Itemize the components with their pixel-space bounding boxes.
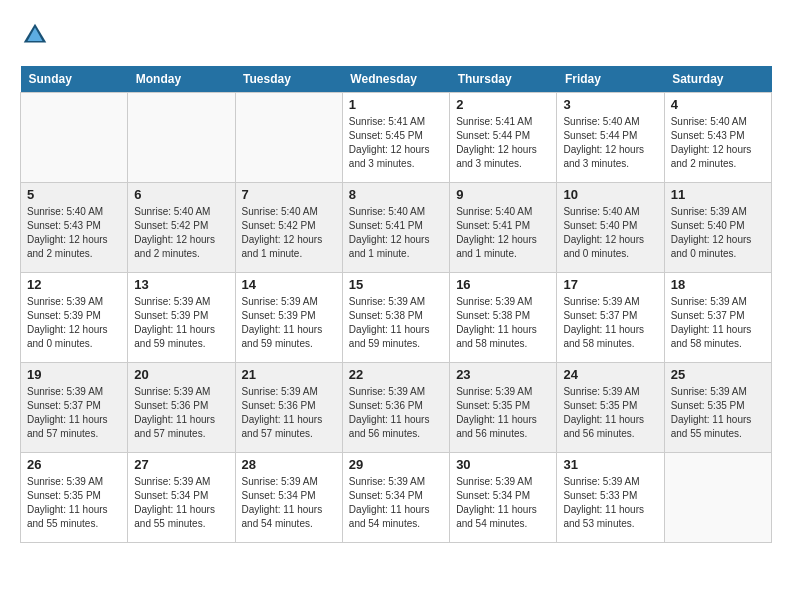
day-number: 8 [349,187,443,202]
calendar-cell: 29Sunrise: 5:39 AM Sunset: 5:34 PM Dayli… [342,453,449,543]
day-info: Sunrise: 5:39 AM Sunset: 5:35 PM Dayligh… [27,475,121,531]
day-info: Sunrise: 5:39 AM Sunset: 5:40 PM Dayligh… [671,205,765,261]
day-info: Sunrise: 5:39 AM Sunset: 5:34 PM Dayligh… [456,475,550,531]
day-info: Sunrise: 5:39 AM Sunset: 5:39 PM Dayligh… [134,295,228,351]
week-row-1: 1Sunrise: 5:41 AM Sunset: 5:45 PM Daylig… [21,93,772,183]
day-info: Sunrise: 5:39 AM Sunset: 5:37 PM Dayligh… [671,295,765,351]
calendar-cell: 15Sunrise: 5:39 AM Sunset: 5:38 PM Dayli… [342,273,449,363]
day-number: 6 [134,187,228,202]
day-number: 24 [563,367,657,382]
day-info: Sunrise: 5:39 AM Sunset: 5:35 PM Dayligh… [563,385,657,441]
day-number: 31 [563,457,657,472]
calendar-cell: 16Sunrise: 5:39 AM Sunset: 5:38 PM Dayli… [450,273,557,363]
calendar-cell: 22Sunrise: 5:39 AM Sunset: 5:36 PM Dayli… [342,363,449,453]
day-number: 17 [563,277,657,292]
day-info: Sunrise: 5:39 AM Sunset: 5:34 PM Dayligh… [134,475,228,531]
calendar-cell: 26Sunrise: 5:39 AM Sunset: 5:35 PM Dayli… [21,453,128,543]
calendar-cell: 27Sunrise: 5:39 AM Sunset: 5:34 PM Dayli… [128,453,235,543]
calendar-cell: 21Sunrise: 5:39 AM Sunset: 5:36 PM Dayli… [235,363,342,453]
day-info: Sunrise: 5:41 AM Sunset: 5:44 PM Dayligh… [456,115,550,171]
calendar-cell [128,93,235,183]
calendar-cell [21,93,128,183]
week-row-4: 19Sunrise: 5:39 AM Sunset: 5:37 PM Dayli… [21,363,772,453]
logo [20,20,56,50]
day-number: 2 [456,97,550,112]
day-info: Sunrise: 5:40 AM Sunset: 5:42 PM Dayligh… [242,205,336,261]
day-info: Sunrise: 5:39 AM Sunset: 5:34 PM Dayligh… [242,475,336,531]
weekday-header-tuesday: Tuesday [235,66,342,93]
weekday-header-monday: Monday [128,66,235,93]
day-number: 10 [563,187,657,202]
day-number: 1 [349,97,443,112]
calendar-cell: 8Sunrise: 5:40 AM Sunset: 5:41 PM Daylig… [342,183,449,273]
day-info: Sunrise: 5:40 AM Sunset: 5:43 PM Dayligh… [27,205,121,261]
day-info: Sunrise: 5:39 AM Sunset: 5:39 PM Dayligh… [242,295,336,351]
day-info: Sunrise: 5:39 AM Sunset: 5:36 PM Dayligh… [349,385,443,441]
calendar-cell: 30Sunrise: 5:39 AM Sunset: 5:34 PM Dayli… [450,453,557,543]
calendar-cell: 25Sunrise: 5:39 AM Sunset: 5:35 PM Dayli… [664,363,771,453]
day-info: Sunrise: 5:39 AM Sunset: 5:34 PM Dayligh… [349,475,443,531]
day-number: 7 [242,187,336,202]
calendar-cell: 1Sunrise: 5:41 AM Sunset: 5:45 PM Daylig… [342,93,449,183]
calendar-cell: 7Sunrise: 5:40 AM Sunset: 5:42 PM Daylig… [235,183,342,273]
calendar-cell: 13Sunrise: 5:39 AM Sunset: 5:39 PM Dayli… [128,273,235,363]
calendar-cell: 2Sunrise: 5:41 AM Sunset: 5:44 PM Daylig… [450,93,557,183]
calendar-cell [235,93,342,183]
calendar-cell: 23Sunrise: 5:39 AM Sunset: 5:35 PM Dayli… [450,363,557,453]
day-info: Sunrise: 5:40 AM Sunset: 5:44 PM Dayligh… [563,115,657,171]
calendar-cell: 24Sunrise: 5:39 AM Sunset: 5:35 PM Dayli… [557,363,664,453]
day-info: Sunrise: 5:39 AM Sunset: 5:38 PM Dayligh… [456,295,550,351]
calendar-cell: 12Sunrise: 5:39 AM Sunset: 5:39 PM Dayli… [21,273,128,363]
day-number: 30 [456,457,550,472]
day-number: 25 [671,367,765,382]
day-info: Sunrise: 5:40 AM Sunset: 5:40 PM Dayligh… [563,205,657,261]
week-row-3: 12Sunrise: 5:39 AM Sunset: 5:39 PM Dayli… [21,273,772,363]
day-info: Sunrise: 5:39 AM Sunset: 5:39 PM Dayligh… [27,295,121,351]
calendar-cell: 19Sunrise: 5:39 AM Sunset: 5:37 PM Dayli… [21,363,128,453]
day-number: 18 [671,277,765,292]
calendar-cell: 5Sunrise: 5:40 AM Sunset: 5:43 PM Daylig… [21,183,128,273]
day-number: 14 [242,277,336,292]
calendar-cell: 28Sunrise: 5:39 AM Sunset: 5:34 PM Dayli… [235,453,342,543]
weekday-header-thursday: Thursday [450,66,557,93]
day-number: 11 [671,187,765,202]
calendar-cell [664,453,771,543]
week-row-5: 26Sunrise: 5:39 AM Sunset: 5:35 PM Dayli… [21,453,772,543]
day-info: Sunrise: 5:39 AM Sunset: 5:37 PM Dayligh… [27,385,121,441]
calendar-cell: 9Sunrise: 5:40 AM Sunset: 5:41 PM Daylig… [450,183,557,273]
week-row-2: 5Sunrise: 5:40 AM Sunset: 5:43 PM Daylig… [21,183,772,273]
day-number: 16 [456,277,550,292]
calendar-cell: 4Sunrise: 5:40 AM Sunset: 5:43 PM Daylig… [664,93,771,183]
calendar-cell: 11Sunrise: 5:39 AM Sunset: 5:40 PM Dayli… [664,183,771,273]
calendar-table: SundayMondayTuesdayWednesdayThursdayFrid… [20,66,772,543]
day-number: 22 [349,367,443,382]
logo-icon [20,20,50,50]
weekday-header-wednesday: Wednesday [342,66,449,93]
calendar-cell: 17Sunrise: 5:39 AM Sunset: 5:37 PM Dayli… [557,273,664,363]
day-number: 9 [456,187,550,202]
calendar-cell: 3Sunrise: 5:40 AM Sunset: 5:44 PM Daylig… [557,93,664,183]
day-number: 13 [134,277,228,292]
day-info: Sunrise: 5:39 AM Sunset: 5:37 PM Dayligh… [563,295,657,351]
day-number: 5 [27,187,121,202]
weekday-header-friday: Friday [557,66,664,93]
day-number: 15 [349,277,443,292]
day-info: Sunrise: 5:40 AM Sunset: 5:42 PM Dayligh… [134,205,228,261]
day-number: 28 [242,457,336,472]
calendar-cell: 31Sunrise: 5:39 AM Sunset: 5:33 PM Dayli… [557,453,664,543]
day-number: 4 [671,97,765,112]
day-info: Sunrise: 5:41 AM Sunset: 5:45 PM Dayligh… [349,115,443,171]
weekday-header-sunday: Sunday [21,66,128,93]
day-info: Sunrise: 5:39 AM Sunset: 5:35 PM Dayligh… [671,385,765,441]
day-info: Sunrise: 5:39 AM Sunset: 5:35 PM Dayligh… [456,385,550,441]
calendar-cell: 18Sunrise: 5:39 AM Sunset: 5:37 PM Dayli… [664,273,771,363]
weekday-header-row: SundayMondayTuesdayWednesdayThursdayFrid… [21,66,772,93]
day-info: Sunrise: 5:39 AM Sunset: 5:36 PM Dayligh… [242,385,336,441]
day-number: 3 [563,97,657,112]
day-number: 26 [27,457,121,472]
day-info: Sunrise: 5:39 AM Sunset: 5:36 PM Dayligh… [134,385,228,441]
weekday-header-saturday: Saturday [664,66,771,93]
day-info: Sunrise: 5:39 AM Sunset: 5:38 PM Dayligh… [349,295,443,351]
calendar-cell: 6Sunrise: 5:40 AM Sunset: 5:42 PM Daylig… [128,183,235,273]
day-number: 19 [27,367,121,382]
